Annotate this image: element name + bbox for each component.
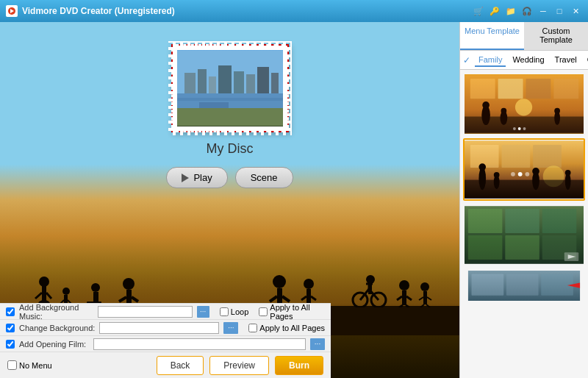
burn-button[interactable]: Burn <box>275 356 323 375</box>
play-button[interactable]: Play <box>166 167 227 188</box>
opening-film-input[interactable] <box>93 338 306 350</box>
playback-controls: Play Scene <box>166 167 293 188</box>
svg-line-41 <box>270 296 277 302</box>
svg-point-95 <box>525 172 529 176</box>
headset-icon[interactable]: 🎧 <box>520 4 534 18</box>
check-icon: ✓ <box>463 55 470 65</box>
svg-line-64 <box>406 305 409 307</box>
change-background-checkbox[interactable] <box>6 324 15 332</box>
svg-rect-116 <box>506 274 539 296</box>
svg-point-104 <box>565 170 571 176</box>
template-item-2[interactable] <box>463 138 585 201</box>
svg-rect-7 <box>234 71 244 95</box>
opening-film-row: Add Opening Film: ··· <box>0 335 331 352</box>
svg-point-59 <box>399 280 409 290</box>
svg-line-42 <box>282 296 290 302</box>
titlebar-left: Vidmore DVD Creator (Unregistered) <box>6 5 175 17</box>
window-controls[interactable]: 🛒 🔑 📁 🎧 ─ □ ✕ <box>472 4 582 18</box>
svg-point-45 <box>304 279 314 289</box>
svg-point-57 <box>366 275 375 284</box>
svg-point-82 <box>501 108 506 114</box>
svg-rect-107 <box>505 209 539 233</box>
svg-line-61 <box>397 296 402 300</box>
category-wedding[interactable]: Wedding <box>509 54 548 67</box>
titlebar: Vidmore DVD Creator (Unregistered) 🛒 🔑 📁… <box>0 0 588 22</box>
apply-all-2-checkbox[interactable] <box>248 324 257 332</box>
opening-film-checkbox[interactable] <box>6 340 15 349</box>
background-music-label: Add Background Music: <box>19 303 93 321</box>
svg-point-22 <box>62 288 70 295</box>
custom-template-tab[interactable]: Custom Template <box>524 22 588 50</box>
opening-film-label: Add Opening Film: <box>19 340 89 349</box>
svg-rect-74 <box>526 79 551 99</box>
template-item-4[interactable] <box>463 269 585 302</box>
svg-line-63 <box>399 305 403 307</box>
apply-all-1-checkbox[interactable] <box>259 307 268 316</box>
category-other[interactable]: Oth <box>584 54 588 67</box>
no-menu-label: No Menu <box>19 361 52 370</box>
template-item-3[interactable] <box>463 204 585 266</box>
preview-area: My Disc Play Scene <box>0 22 459 378</box>
opening-film-browse[interactable]: ··· <box>310 338 325 350</box>
loop-checkbox[interactable] <box>220 307 229 316</box>
background-music-checkbox[interactable] <box>6 307 15 316</box>
svg-rect-106 <box>468 209 503 233</box>
apply-all-1-label: Apply to All Pages <box>270 303 325 321</box>
svg-point-87 <box>523 127 526 130</box>
scene-button[interactable]: Scene <box>235 167 293 188</box>
svg-point-28 <box>91 283 100 292</box>
category-tabs: ✓ Family Wedding Travel Oth ▶ <box>460 51 588 70</box>
shopping-icon[interactable]: 🛒 <box>472 4 485 18</box>
category-travel[interactable]: Travel <box>551 54 581 67</box>
svg-point-94 <box>518 172 523 176</box>
main-container: My Disc Play Scene <box>0 22 588 378</box>
maximize-btn[interactable]: □ <box>553 4 566 18</box>
svg-rect-90 <box>501 145 530 168</box>
stamp-image <box>177 50 283 126</box>
key-icon[interactable]: 🔑 <box>488 4 501 18</box>
stamp-scene <box>177 50 283 126</box>
svg-rect-58 <box>368 284 372 294</box>
svg-point-100 <box>494 172 500 178</box>
close-btn[interactable]: ✕ <box>569 4 582 18</box>
menu-template-tab[interactable]: Menu Template <box>460 22 524 50</box>
change-background-input[interactable] <box>99 322 219 334</box>
svg-rect-16 <box>42 285 46 304</box>
template-item-1[interactable] <box>463 73 585 135</box>
svg-rect-8 <box>246 74 255 95</box>
no-menu-checkbox[interactable] <box>7 360 17 370</box>
background-music-input[interactable] <box>98 306 193 318</box>
svg-rect-115 <box>471 274 503 296</box>
category-family[interactable]: Family <box>475 54 506 67</box>
change-background-label: Change Background: <box>19 324 95 332</box>
right-panel: Menu Template Custom Template ✓ Family W… <box>459 22 588 378</box>
svg-point-17 <box>39 277 49 287</box>
disc-preview-stamp <box>171 44 289 132</box>
svg-rect-66 <box>423 291 427 304</box>
svg-line-70 <box>426 304 430 307</box>
svg-rect-4 <box>198 69 207 95</box>
svg-rect-13 <box>177 108 283 126</box>
minimize-btn[interactable]: ─ <box>537 4 550 18</box>
app-title: Vidmore DVD Creator (Unregistered) <box>22 6 175 16</box>
svg-rect-75 <box>553 79 578 99</box>
options-section: Add Background Music: ··· Loop Apply to … <box>0 303 331 378</box>
back-button[interactable]: Back <box>157 356 204 375</box>
svg-point-39 <box>273 275 286 288</box>
play-icon <box>182 174 189 182</box>
stamp-container <box>171 44 289 132</box>
change-background-row: Change Background: ··· Apply to All Page… <box>0 319 331 335</box>
svg-line-18 <box>35 293 42 299</box>
change-background-browse[interactable]: ··· <box>223 322 238 334</box>
svg-point-102 <box>532 168 539 175</box>
disc-title: My Disc <box>207 141 254 157</box>
background-music-row: Add Background Music: ··· Loop Apply to … <box>0 303 331 319</box>
preview-button[interactable]: Preview <box>209 356 269 375</box>
svg-point-93 <box>511 172 515 176</box>
background-music-browse[interactable]: ··· <box>197 306 209 318</box>
svg-line-48 <box>311 296 316 300</box>
svg-point-77 <box>515 99 532 115</box>
folder-icon[interactable]: 📁 <box>504 4 517 18</box>
svg-line-19 <box>46 293 51 299</box>
svg-line-35 <box>119 297 126 302</box>
